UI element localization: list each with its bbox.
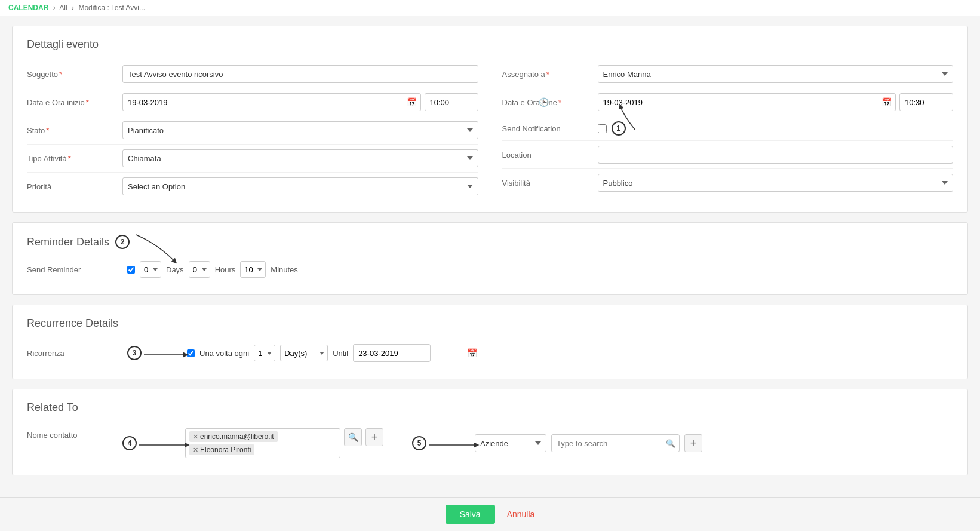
right-column: Assegnato a* Enrico Manna Data e Ora Fin… [502, 60, 954, 200]
hours-select[interactable]: 0 [189, 261, 210, 278]
recurrence-title: Recurrence Details [27, 317, 953, 330]
until-date-input[interactable] [354, 345, 463, 361]
annotation-arrow-5 [429, 436, 483, 454]
page-content: Dettagli evento Soggetto* Data e Ora ini… [0, 16, 980, 531]
type-to-search-icon[interactable]: 🔍 [662, 439, 679, 448]
until-date-wrap: 📅 [353, 344, 431, 362]
remove-contact-2-icon[interactable]: ✕ [193, 446, 198, 454]
una-volta-ogni-label: Una volta ogni [199, 349, 249, 358]
date-time-start-group: 📅 🕐 [122, 93, 478, 111]
send-notification-label: Send Notification [502, 124, 598, 133]
stato-row: Stato* Pianificato [27, 116, 478, 145]
reminder-section: Reminder Details 2 Send Reminder [12, 222, 968, 295]
annotation-circle-4: 4 [122, 436, 137, 450]
priorita-label: Priorità [27, 182, 122, 191]
until-calendar-icon[interactable]: 📅 [463, 348, 481, 358]
until-label: Until [333, 349, 348, 358]
soggetto-input[interactable] [122, 65, 478, 83]
data-ora-fine-row: Data e Ora Fine* 📅 🕐 [502, 88, 954, 116]
soggetto-label: Soggetto* [27, 70, 122, 79]
location-input[interactable] [598, 146, 954, 164]
recurrence-controls: 3 Una volta ogni 1 [127, 344, 431, 362]
annotation-arrow-2 [133, 232, 181, 268]
data-ora-fine-label: Data e Ora Fine* [502, 98, 598, 107]
data-ora-inizio-row: Data e Ora inizio* 📅 🕐 [27, 88, 478, 116]
contact-tag-2: ✕ Eleonora Pironti [189, 444, 254, 455]
calendar-end-icon[interactable]: 📅 [878, 97, 895, 107]
dettagli-evento-title: Dettagli evento [27, 38, 953, 51]
annotation-arrow-1 [618, 103, 653, 133]
minutes-label: Minutes [271, 265, 298, 274]
breadcrumb-all[interactable]: All [59, 4, 67, 12]
breadcrumb-current: Modifica : Test Avvi... [78, 4, 145, 12]
related-to-section: Related To Nome contatto 4 [12, 389, 968, 475]
minutes-select[interactable]: 10 [240, 261, 266, 278]
nome-contatto-row: Nome contatto 4 [27, 423, 953, 463]
ricorrenza-label: Ricorrenza [27, 349, 122, 358]
reminder-title: Reminder Details [27, 236, 109, 248]
assegnato-row: Assegnato a* Enrico Manna [502, 60, 954, 88]
contact-tag-input[interactable]: ✕ enrico.manna@libero.it ✕ Eleonora Piro… [185, 428, 340, 458]
visibilita-select[interactable]: Pubblico [598, 174, 954, 192]
time-end-wrap: 🕐 [899, 93, 953, 111]
left-column: Soggetto* Data e Ora inizio* 📅 [27, 60, 478, 200]
stato-select[interactable]: Pianificato [122, 121, 478, 139]
nome-contatto-label: Nome contatto [27, 428, 122, 440]
time-start-wrap: 🕐 [425, 93, 478, 111]
visibilita-row: Visibilità Pubblico [502, 169, 954, 197]
data-ora-inizio-label: Data e Ora inizio* [27, 98, 122, 107]
annotation-circle-3: 3 [127, 346, 142, 360]
annotation-arrow-3 [144, 346, 192, 364]
assegnato-label: Assegnato a* [502, 70, 598, 79]
send-reminder-label: Send Reminder [27, 265, 122, 274]
hours-label: Hours [215, 265, 236, 274]
dettagli-evento-section: Dettagli evento Soggetto* Data e Ora ini… [12, 26, 968, 213]
soggetto-row: Soggetto* [27, 60, 478, 88]
type-to-search-input[interactable] [552, 435, 662, 452]
cancel-button[interactable]: Annulla [507, 509, 535, 519]
assegnato-select[interactable]: Enrico Manna [598, 65, 954, 83]
related-type-select[interactable]: Aziende [475, 434, 546, 452]
frequency-select[interactable]: 1 [254, 345, 275, 361]
recurrence-section: Recurrence Details Ricorrenza 3 [12, 305, 968, 379]
priorita-row: Priorità Select an Option [27, 173, 478, 200]
time-end-input[interactable] [900, 94, 980, 111]
type-to-search-wrap: 🔍 [551, 434, 680, 452]
contact-search-button[interactable]: 🔍 [344, 428, 362, 446]
send-notification-checkbox[interactable] [598, 124, 607, 133]
date-start-wrap: 📅 [122, 93, 421, 111]
tipo-attivita-row: Tipo Attività* Chiamata [27, 145, 478, 173]
annotation-circle-5: 5 [412, 436, 426, 450]
date-start-input[interactable] [123, 94, 403, 111]
send-notification-row: Send Notification [502, 116, 954, 141]
dettagli-form-grid: Soggetto* Data e Ora inizio* 📅 [27, 60, 953, 200]
visibilita-label: Visibilità [502, 179, 598, 188]
tipo-attivita-select[interactable]: Chiamata [122, 149, 478, 167]
related-add-button[interactable]: + [684, 434, 702, 452]
save-button[interactable]: Salva [446, 505, 495, 524]
location-row: Location [502, 141, 954, 169]
annotation-arrow-4 [139, 436, 193, 454]
annotation-circle-2: 2 [115, 235, 130, 249]
period-select[interactable]: Day(s) [280, 345, 328, 361]
calendar-start-icon[interactable]: 📅 [403, 97, 420, 107]
location-label: Location [502, 151, 598, 159]
footer-bar: Salva Annulla [0, 497, 980, 531]
priorita-select[interactable]: Select an Option [122, 177, 478, 195]
send-notification-checkbox-wrap [598, 124, 607, 133]
ricorrenza-row: Ricorrenza 3 Una volta [27, 339, 953, 367]
topbar: CALENDAR › All › Modifica : Test Avvi... [0, 0, 980, 16]
related-right-group: 5 Aziende [412, 434, 702, 452]
contact-tag-1: ✕ enrico.manna@libero.it [189, 431, 278, 442]
related-to-title: Related To [27, 401, 953, 414]
remove-contact-1-icon[interactable]: ✕ [193, 433, 198, 441]
contact-add-button[interactable]: + [365, 428, 383, 446]
tipo-attivita-label: Tipo Attività* [27, 154, 122, 163]
stato-label: Stato* [27, 126, 122, 135]
breadcrumb-calendar[interactable]: CALENDAR [8, 4, 48, 12]
